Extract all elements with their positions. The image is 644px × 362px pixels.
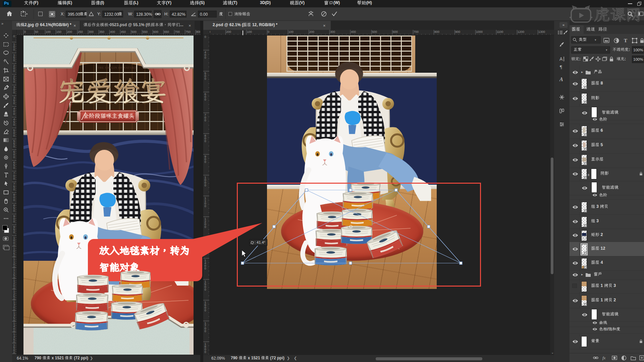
svg-text:3D(D): 3D(D) [260,0,271,5]
svg-text::: : [625,57,626,61]
svg-text:(72 ppi): (72 ppi) [73,356,88,360]
svg-text:A: A [559,76,563,82]
svg-text:/: / [607,327,608,331]
svg-text:¶: ¶ [560,64,562,70]
svg-text:(W): (W) [333,0,340,5]
svg-text:fx: fx [602,355,606,360]
svg-text:8: 8 [599,81,603,85]
svg-text:2: 2 [599,232,603,237]
svg-text:3: 3 [595,204,600,209]
svg-text:(72 ppi): (72 ppi) [269,356,284,360]
svg-text:x 1521: x 1521 [247,356,261,360]
svg-text:(T): (T) [232,0,237,5]
svg-text:5: 5 [599,142,603,147]
svg-text:(H): (H) [366,0,372,5]
svg-text:2.psd @ 62.1% (: 2.psd @ 62.1% ( [213,22,243,27]
svg-text:...: ... [180,22,183,27]
svg-text:-0523.psd @ 55.1% (: -0523.psd @ 55.1% ( [108,22,147,27]
svg-text:(F): (F) [33,0,38,5]
svg-text:3: 3 [595,219,599,223]
svg-text:790: 790 [35,356,42,360]
svg-text:12: 12 [599,246,605,251]
svg-text:2.jpg @ 64.1%(RGB/8#) *: 2.jpg @ 64.1%(RGB/8#) * [24,22,71,27]
svg-text:x 1521: x 1521 [50,356,65,360]
svg-text:(E): (E) [67,0,72,5]
svg-text:3: 3 [612,283,616,288]
svg-text:1: 1 [599,298,604,302]
svg-text:A: A [559,56,563,62]
svg-text:(L): (L) [133,0,138,5]
svg-text:(Y): (Y) [166,0,171,5]
svg-text:2: 2 [612,298,616,302]
svg-text:T: T [624,38,627,43]
svg-text:4: 4 [599,260,603,265]
svg-text:(V): (V) [299,0,305,5]
svg-text::: : [579,57,581,61]
svg-text:6: 6 [599,128,603,133]
svg-text:1: 1 [599,283,604,288]
svg-text:(S): (S) [199,0,205,5]
svg-text:(I): (I) [100,0,104,5]
svg-text:790: 790 [231,356,238,360]
svg-text:12, RGB/8#) *: 12, RGB/8#) * [251,22,278,27]
svg-text::: : [629,47,630,52]
